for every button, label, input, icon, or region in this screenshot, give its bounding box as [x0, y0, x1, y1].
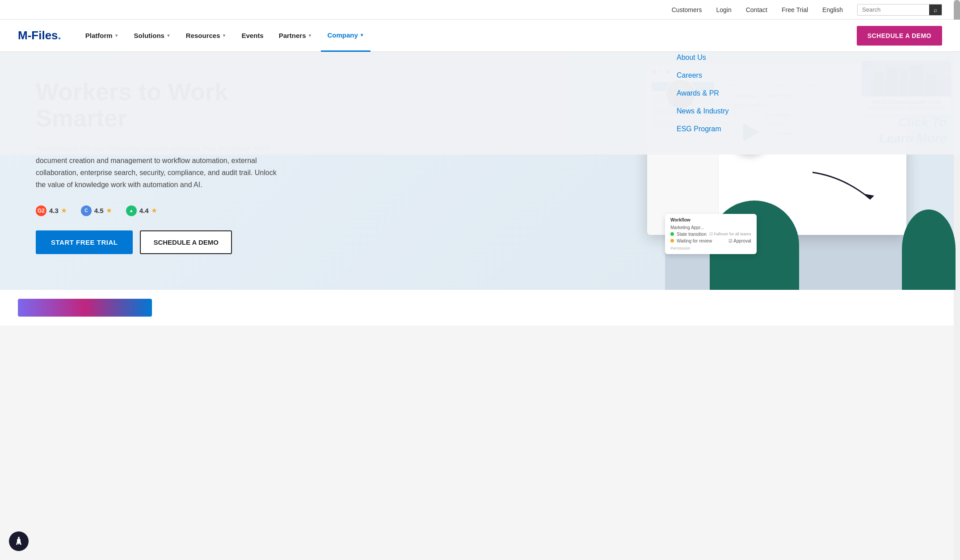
workflow-row-2: State transition ☑ Fallover for all team…	[670, 231, 751, 238]
workflow-title: Workflow	[670, 217, 751, 222]
getapp-star-icon: ★	[152, 207, 157, 214]
search-input[interactable]	[858, 4, 929, 15]
workflow-card: Workflow Marketing Appr... State transit…	[665, 214, 757, 254]
search-button[interactable]: ⌕	[929, 4, 942, 15]
english-selector[interactable]: English	[822, 6, 843, 13]
g2-value: 4.3	[49, 207, 59, 214]
ratings-row: G2 4.3 ★ C 4.5 ★ ▲ 4.4 ★	[36, 205, 322, 216]
nav-resources[interactable]: Resources ▼	[180, 20, 233, 52]
schedule-demo-hero-button[interactable]: SCHEDULE A DEMO	[140, 230, 232, 254]
dropdown-about-us[interactable]: About Us	[677, 50, 748, 65]
login-link[interactable]: Login	[716, 6, 731, 13]
g2-star-icon: ★	[61, 207, 67, 214]
nav-events[interactable]: Events	[235, 20, 269, 52]
search-wrapper: ⌕	[857, 4, 942, 16]
workflow-state-transition: State transition	[677, 232, 707, 237]
nav-platform[interactable]: Platform ▼	[79, 20, 125, 52]
logo-text: M-Files.	[18, 29, 61, 42]
g2-icon: G2	[36, 205, 46, 216]
workflow-dot-green	[670, 232, 674, 236]
schedule-demo-button[interactable]: SCHEDULE A DEMO	[857, 26, 942, 46]
capterra-value: 4.5	[94, 207, 104, 214]
bottom-banner	[18, 299, 152, 317]
decorative-shape-teal-right	[902, 209, 956, 290]
start-free-trial-button[interactable]: START FREE TRIAL	[36, 230, 133, 254]
logo[interactable]: M-Files.	[18, 29, 61, 42]
workflow-row-1: Marketing Appr...	[670, 224, 751, 231]
free-trial-link[interactable]: Free Trial	[782, 6, 808, 13]
g2-rating: G2 4.3 ★	[36, 205, 67, 216]
bottom-section	[0, 290, 960, 326]
dropdown-awards-pr[interactable]: Awards & PR	[677, 86, 748, 101]
capterra-icon: C	[81, 205, 92, 216]
resources-chevron-icon: ▼	[222, 33, 227, 38]
dropdown-items: About Us Careers Awards & PR News & Indu…	[677, 50, 775, 137]
platform-chevron-icon: ▼	[114, 33, 119, 38]
solutions-chevron-icon: ▼	[166, 33, 171, 38]
nav-solutions[interactable]: Solutions ▼	[128, 20, 177, 52]
workflow-label-approval: Marketing Appr...	[670, 225, 704, 230]
workflow-permission: Permission	[670, 244, 751, 251]
getapp-icon: ▲	[126, 205, 137, 216]
capterra-rating: C 4.5 ★	[81, 205, 112, 216]
workflow-waiting: Waiting for review	[677, 238, 712, 243]
contact-link[interactable]: Contact	[746, 6, 767, 13]
getapp-value: 4.4	[139, 207, 149, 214]
customers-link[interactable]: Customers	[672, 6, 702, 13]
nav-company[interactable]: Company ▼	[321, 20, 370, 52]
getapp-rating: ▲ 4.4 ★	[126, 205, 157, 216]
hero-buttons: START FREE TRIAL SCHEDULE A DEMO	[36, 230, 322, 254]
capterra-star-icon: ★	[106, 207, 112, 214]
workflow-state-right: ☑ Fallover for all teams	[709, 232, 751, 236]
nav-partners[interactable]: Partners ▼	[273, 20, 319, 52]
nav-items: Platform ▼ Solutions ▼ Resources ▼ Event…	[79, 20, 857, 52]
workflow-approval-check: ☑ Approval	[728, 238, 751, 243]
partners-chevron-icon: ▼	[308, 33, 312, 38]
arrow-decoration	[808, 168, 880, 204]
dropdown-news-industry[interactable]: News & Industry	[677, 104, 748, 119]
workflow-dot-orange	[670, 239, 674, 242]
company-chevron-icon: ▼	[360, 33, 364, 38]
dropdown-content: About Us Careers Awards & PR News & Indu…	[167, 50, 793, 137]
dropdown-esg-program[interactable]: ESG Program	[677, 121, 748, 137]
top-bar: Customers Login Contact Free Trial Engli…	[0, 0, 960, 20]
main-nav: M-Files. Platform ▼ Solutions ▼ Resource…	[0, 20, 960, 52]
workflow-row-3: Waiting for review ☑ Approval	[670, 238, 751, 244]
dropdown-careers[interactable]: Careers	[677, 68, 748, 83]
